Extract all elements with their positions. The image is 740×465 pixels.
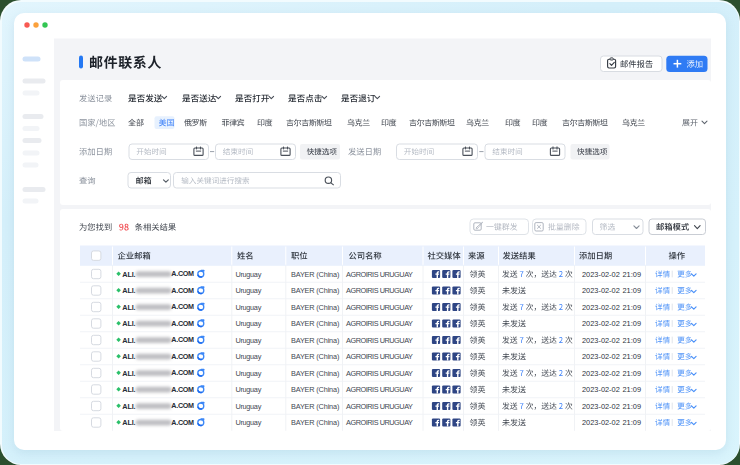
svg-text:A.COM: A.COM	[171, 335, 194, 344]
svg-text:AGROIRIS URUGUAY: AGROIRIS URUGUAY	[346, 385, 413, 394]
svg-text:ALI.: ALI.	[122, 385, 135, 394]
svg-text:21:09: 21:09	[623, 319, 642, 328]
svg-text:2023-02-02: 2023-02-02	[582, 369, 620, 378]
svg-text:A.COM: A.COM	[171, 385, 194, 394]
svg-text:BAYER (China): BAYER (China)	[291, 303, 339, 312]
svg-text:Uruguay: Uruguay	[236, 402, 262, 411]
svg-text:ALI.: ALI.	[122, 286, 135, 295]
svg-text:A.COM: A.COM	[171, 319, 194, 328]
svg-text:21:09: 21:09	[623, 402, 642, 411]
svg-text:Uruguay: Uruguay	[236, 286, 262, 295]
svg-text:BAYER (China): BAYER (China)	[291, 418, 339, 427]
svg-text:ALI.: ALI.	[122, 270, 135, 279]
svg-text:AGROIRIS URUGUAY: AGROIRIS URUGUAY	[346, 270, 413, 279]
svg-text:AGROIRIS URUGUAY: AGROIRIS URUGUAY	[346, 319, 413, 328]
svg-text:AGROIRIS URUGUAY: AGROIRIS URUGUAY	[346, 418, 413, 427]
svg-text:AGROIRIS URUGUAY: AGROIRIS URUGUAY	[346, 286, 413, 295]
svg-text:ALI.: ALI.	[122, 418, 135, 427]
svg-text:AGROIRIS URUGUAY: AGROIRIS URUGUAY	[346, 369, 413, 378]
svg-text:Uruguay: Uruguay	[236, 270, 262, 279]
svg-text:21:09: 21:09	[623, 336, 642, 345]
svg-text:Uruguay: Uruguay	[236, 303, 262, 312]
svg-text:ALI.: ALI.	[122, 303, 135, 312]
svg-text:AGROIRIS URUGUAY: AGROIRIS URUGUAY	[346, 402, 413, 411]
svg-text:BAYER (China): BAYER (China)	[291, 336, 339, 345]
svg-text:2023-02-02: 2023-02-02	[582, 286, 620, 295]
svg-text:Uruguay: Uruguay	[236, 336, 262, 345]
svg-text:A.COM: A.COM	[171, 302, 194, 311]
svg-text:21:09: 21:09	[623, 270, 642, 279]
svg-text:21:09: 21:09	[623, 303, 642, 312]
svg-text:Uruguay: Uruguay	[236, 418, 262, 427]
svg-text:AGROIRIS URUGUAY: AGROIRIS URUGUAY	[346, 336, 413, 345]
svg-text:A.COM: A.COM	[171, 401, 194, 410]
svg-text:ALI.: ALI.	[122, 319, 135, 328]
svg-text:A.COM: A.COM	[171, 286, 194, 295]
svg-text:2023-02-02: 2023-02-02	[582, 270, 620, 279]
svg-text:2023-02-02: 2023-02-02	[582, 418, 620, 427]
svg-text:BAYER (China): BAYER (China)	[291, 319, 339, 328]
svg-text:BAYER (China): BAYER (China)	[291, 352, 339, 361]
svg-text:BAYER (China): BAYER (China)	[291, 369, 339, 378]
svg-text:2023-02-02: 2023-02-02	[582, 319, 620, 328]
svg-text:21:09: 21:09	[623, 352, 642, 361]
svg-text:Uruguay: Uruguay	[236, 319, 262, 328]
svg-text:2023-02-02: 2023-02-02	[582, 352, 620, 361]
svg-text:Uruguay: Uruguay	[236, 369, 262, 378]
svg-text:BAYER (China): BAYER (China)	[291, 385, 339, 394]
svg-text:2023-02-02: 2023-02-02	[582, 402, 620, 411]
svg-text:21:09: 21:09	[623, 418, 642, 427]
svg-text:21:09: 21:09	[623, 369, 642, 378]
svg-text:A.COM: A.COM	[171, 269, 194, 278]
svg-text:21:09: 21:09	[623, 286, 642, 295]
svg-text:ALI.: ALI.	[122, 369, 135, 378]
svg-text:AGROIRIS URUGUAY: AGROIRIS URUGUAY	[346, 303, 413, 312]
svg-text:21:09: 21:09	[623, 385, 642, 394]
svg-text:ALI.: ALI.	[122, 352, 135, 361]
svg-text:2023-02-02: 2023-02-02	[582, 303, 620, 312]
svg-text:A.COM: A.COM	[171, 368, 194, 377]
svg-text:2023-02-02: 2023-02-02	[582, 336, 620, 345]
svg-text:BAYER (China): BAYER (China)	[291, 270, 339, 279]
svg-text:2023-02-02: 2023-02-02	[582, 385, 620, 394]
svg-text:BAYER (China): BAYER (China)	[291, 402, 339, 411]
svg-text:A.COM: A.COM	[171, 352, 194, 361]
svg-text:BAYER (China): BAYER (China)	[291, 286, 339, 295]
svg-text:ALI.: ALI.	[122, 402, 135, 411]
svg-text:AGROIRIS URUGUAY: AGROIRIS URUGUAY	[346, 352, 413, 361]
svg-text:Uruguay: Uruguay	[236, 385, 262, 394]
svg-text:Uruguay: Uruguay	[236, 352, 262, 361]
svg-text:ALI.: ALI.	[122, 336, 135, 345]
svg-text:A.COM: A.COM	[171, 418, 194, 427]
